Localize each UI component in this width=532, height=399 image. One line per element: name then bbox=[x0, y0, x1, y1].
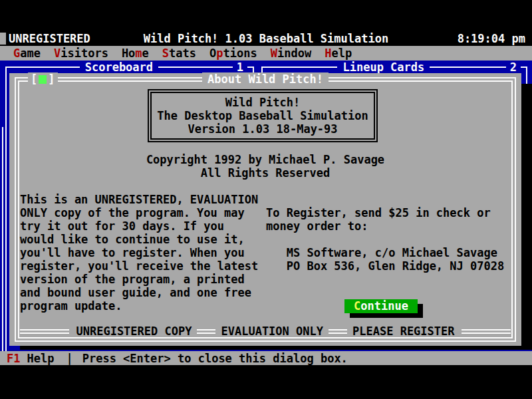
copyright-block: Copyright 1992 by Michael P. Savage All … bbox=[9, 153, 521, 180]
frame-line bbox=[5, 66, 80, 68]
registration-info-text: To Register, send $25 in check or money … bbox=[266, 206, 504, 273]
window-number-2: 2 bbox=[506, 61, 521, 74]
about-box: Wild Pitch! The Desktop Baseball Simulat… bbox=[148, 89, 378, 142]
window-number-1: 1 bbox=[233, 61, 247, 74]
menu-item-stats[interactable]: Stats bbox=[156, 47, 203, 60]
continue-button[interactable]: Continue bbox=[344, 299, 418, 313]
evaluation-notice-text: This is an UNREGISTERED, EVALUATION ONLY… bbox=[20, 193, 258, 313]
menu-bar: Game Visitors Home Stats Options Window … bbox=[0, 46, 532, 61]
window-title-scoreboard: Scoreboard bbox=[80, 61, 158, 74]
desktop: Scoreboard 1 Lineup Cards 2 About Wild P… bbox=[0, 61, 532, 351]
registration-status: UNREGISTERED bbox=[9, 32, 90, 45]
frame-line bbox=[430, 66, 505, 68]
dialog-title: About Wild Pitch! bbox=[9, 72, 521, 86]
menu-item-window[interactable]: Window bbox=[264, 47, 318, 60]
f1-help-hint[interactable]: F1 bbox=[7, 352, 20, 365]
about-dialog: About Wild Pitch! [] Wild Pitch! The Des… bbox=[9, 73, 521, 346]
close-icon bbox=[39, 75, 47, 84]
menu-item-game[interactable]: Game bbox=[7, 47, 47, 60]
f1-help-label[interactable]: Help bbox=[27, 352, 54, 365]
dos-screen: Wild Pitch! 1.03 Baseball Simulation UNR… bbox=[0, 0, 532, 399]
window-scoreboard-left-border bbox=[5, 66, 7, 351]
dialog-footer: UNREGISTERED COPY EVALUATION ONLY PLEASE… bbox=[20, 325, 511, 338]
about-box-border-inner bbox=[150, 92, 375, 140]
menu-item-help[interactable]: Help bbox=[318, 47, 358, 60]
copyright-line: All Rights Reserved bbox=[9, 166, 521, 180]
app-titlebar: Wild Pitch! 1.03 Baseball Simulation UNR… bbox=[0, 32, 532, 46]
close-button[interactable]: [] bbox=[28, 72, 58, 86]
status-separator: | bbox=[66, 352, 72, 365]
badge-unregistered-copy: UNREGISTERED COPY bbox=[76, 325, 192, 338]
double-line-separator bbox=[462, 329, 511, 334]
window-scoreboard-titlebar[interactable]: Scoreboard 1 bbox=[5, 61, 254, 74]
clock: 8:19:04 pm bbox=[458, 32, 525, 45]
status-message: Press <Enter> to close this dialog box. bbox=[82, 352, 348, 365]
double-line-separator bbox=[20, 329, 69, 334]
frame-line bbox=[261, 66, 337, 68]
window-lineup-cards-right-border bbox=[526, 66, 527, 85]
copyright-line: Copyright 1992 by Michael P. Savage bbox=[9, 153, 521, 166]
badge-please-register: PLEASE REGISTER bbox=[352, 325, 455, 338]
window-title-lineup-cards: Lineup Cards bbox=[337, 61, 430, 74]
window-lineup-cards-titlebar[interactable]: Lineup Cards 2 bbox=[261, 61, 527, 74]
double-line-separator bbox=[329, 329, 347, 334]
frame-line bbox=[158, 66, 233, 68]
double-line-separator bbox=[197, 329, 215, 334]
background-window-border bbox=[2, 127, 3, 351]
status-bar: F1 Help | Press <Enter> to close this di… bbox=[0, 351, 532, 365]
menu-item-home[interactable]: Home bbox=[115, 47, 156, 60]
badge-evaluation-only: EVALUATION ONLY bbox=[221, 325, 323, 338]
menu-item-options[interactable]: Options bbox=[203, 47, 264, 60]
menu-item-visitors[interactable]: Visitors bbox=[47, 47, 115, 60]
